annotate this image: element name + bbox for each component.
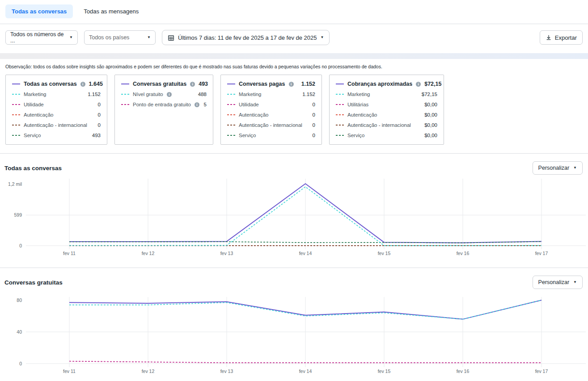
x-axis-tick-label: fev 15 xyxy=(378,251,391,256)
legend-label: Marketing xyxy=(24,92,47,97)
legend-label: Autenticação xyxy=(24,112,54,117)
export-button-label: Exportar xyxy=(555,34,577,41)
legend-label: Marketing xyxy=(347,92,370,97)
free-conversations-line-chart[interactable]: fev 11fev 12fev 13fev 14fev 15fev 16fev … xyxy=(0,291,588,381)
customize-button-label: Personalizar xyxy=(538,165,569,171)
legend-value: 1.152 xyxy=(88,92,101,97)
tab-all-conversations[interactable]: Todas as conversas xyxy=(5,4,73,18)
legend-dash-icon xyxy=(336,135,344,136)
date-range-dropdown[interactable]: Últimos 7 dias: 11 de fev de 2025 a 17 d… xyxy=(162,30,330,45)
legend-line-icon xyxy=(227,84,235,84)
x-axis-tick-label: fev 12 xyxy=(142,251,155,256)
summary-card: Conversas pagasi1.152Marketing1.152Utili… xyxy=(220,75,322,145)
card-total-value: 1.645 xyxy=(89,81,103,87)
export-button[interactable]: Exportar xyxy=(540,30,583,45)
countries-filter-dropdown[interactable]: Todos os países ▼ xyxy=(84,30,156,45)
card-header-row: Cobranças aproximadasi$72,15 xyxy=(336,81,437,87)
legend-label: Marketing xyxy=(239,92,262,97)
info-icon[interactable]: i xyxy=(195,102,199,107)
legend-dash-icon xyxy=(336,114,344,115)
countries-filter-label: Todos os países xyxy=(89,34,129,41)
legend-label: Autenticação xyxy=(239,112,269,117)
legend-value: $72,15 xyxy=(422,92,437,97)
legend-value: 5 xyxy=(204,102,207,107)
tab-all-messages[interactable]: Todas as mensagens xyxy=(77,4,145,18)
line-chart-canvas[interactable]: fev 11fev 12fev 13fev 14fev 15fev 16fev … xyxy=(0,176,588,262)
legend-row: Utilitárias$0,00 xyxy=(336,101,437,108)
legend-row: Autenticação - internacional0 xyxy=(12,122,101,128)
legend-value: 0 xyxy=(313,112,315,117)
info-icon[interactable]: i xyxy=(167,92,172,97)
legend-row: Autenticação0 xyxy=(12,112,101,118)
info-icon[interactable]: i xyxy=(80,82,85,87)
legend-value: $0,00 xyxy=(424,102,437,107)
x-axis-tick-label: fev 13 xyxy=(220,251,233,256)
legend-dash-icon xyxy=(227,125,235,126)
legend-label: Nível gratuito xyxy=(133,92,163,97)
legend-value: 0 xyxy=(313,102,315,107)
legend-line-icon xyxy=(12,84,20,84)
legend-row: Serviço0 xyxy=(227,132,315,138)
legend-value: $0,00 xyxy=(424,133,437,138)
card-total-value: $72,15 xyxy=(424,81,441,87)
card-title: Conversas gratuitas xyxy=(133,81,186,87)
legend-dash-icon xyxy=(227,94,235,95)
card-header-row: Conversas gratuitasi493 xyxy=(121,81,207,87)
legend-label: Utilitárias xyxy=(347,102,368,107)
filter-bar: Todos os números de ... ▼ Todos os paíse… xyxy=(0,24,588,51)
summary-cards-row: Todas as conversasi1.645Marketing1.152Ut… xyxy=(0,74,588,145)
chevron-down-icon: ▼ xyxy=(69,36,73,39)
scroll-shadow-bar xyxy=(0,53,588,59)
legend-label: Autenticação xyxy=(347,112,377,117)
legend-dash-icon xyxy=(121,94,129,95)
card-header-row: Conversas pagasi1.152 xyxy=(227,81,315,87)
chevron-down-icon: ▼ xyxy=(573,166,577,170)
all-conversations-line-chart[interactable]: fev 11fev 12fev 13fev 14fev 15fev 16fev … xyxy=(0,176,588,264)
legend-line-icon xyxy=(336,84,344,84)
x-axis-tick-label: fev 11 xyxy=(63,251,76,256)
legend-value: 488 xyxy=(198,92,207,97)
customize-button[interactable]: Personalizar ▼ xyxy=(533,161,583,175)
legend-dash-icon xyxy=(227,104,235,105)
legend-value: 0 xyxy=(98,112,101,117)
legend-dash-icon xyxy=(227,135,235,136)
legend-dash-icon xyxy=(12,94,20,95)
legend-dash-icon xyxy=(227,114,235,115)
y-axis-tick-label: 40 xyxy=(17,329,22,335)
legend-value: $0,00 xyxy=(424,122,437,128)
legend-row: Autenticação$0,00 xyxy=(336,112,437,118)
phone-numbers-filter-label: Todos os números de ... xyxy=(10,31,66,44)
y-axis-tick-label: 80 xyxy=(17,297,22,303)
info-icon[interactable]: i xyxy=(416,82,421,87)
chart-section-header: Conversas gratuitas Personalizar ▼ xyxy=(0,268,588,291)
legend-label: Utilidade xyxy=(239,102,259,107)
line-chart-canvas[interactable]: fev 11fev 12fev 13fev 14fev 15fev 16fev … xyxy=(0,291,588,381)
y-axis-tick-label: 599 xyxy=(14,212,22,218)
chevron-down-icon: ▼ xyxy=(321,36,324,39)
legend-value: $0,00 xyxy=(424,112,437,117)
legend-dash-icon xyxy=(336,94,344,95)
legend-label: Autenticação - internacional xyxy=(24,122,87,128)
customize-button[interactable]: Personalizar ▼ xyxy=(533,276,583,289)
card-title: Cobranças aproximadas xyxy=(347,81,412,87)
legend-value: 0 xyxy=(313,133,315,138)
chevron-down-icon: ▼ xyxy=(573,281,577,284)
legend-dash-icon xyxy=(12,135,20,136)
legend-value: 0 xyxy=(98,122,101,128)
legend-value: 493 xyxy=(92,133,101,138)
legend-row: Utilidade0 xyxy=(227,101,315,108)
chart-title-all-conversations: Todas as conversas xyxy=(4,165,62,172)
card-title: Todas as conversas xyxy=(24,81,77,87)
info-icon[interactable]: i xyxy=(190,82,195,87)
x-axis-tick-label: fev 17 xyxy=(535,251,548,256)
legend-dash-icon xyxy=(121,104,129,105)
legend-row: Marketing1.152 xyxy=(227,91,315,97)
legend-line-icon xyxy=(121,84,129,84)
info-icon[interactable]: i xyxy=(289,82,294,87)
x-axis-tick-label: fev 16 xyxy=(457,368,470,374)
legend-row: Marketing1.152 xyxy=(12,91,101,97)
legend-row: Marketing$72,15 xyxy=(336,91,437,97)
legend-label: Autenticação - internacional xyxy=(239,122,302,128)
card-title: Conversas pagas xyxy=(239,81,285,87)
phone-numbers-filter-dropdown[interactable]: Todos os números de ... ▼ xyxy=(5,30,78,45)
